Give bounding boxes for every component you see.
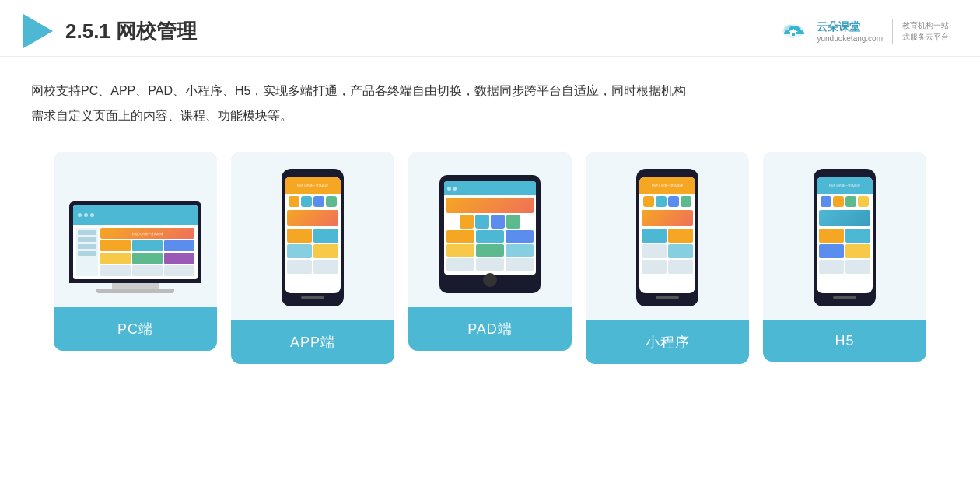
card-pc-label: PC端 (54, 307, 217, 351)
pad-mockup (439, 175, 541, 293)
card-pad-label: PAD端 (408, 307, 572, 351)
yunduoketang-icon (776, 14, 810, 48)
card-h5: 招进人的第一堂风格课 (763, 152, 926, 362)
cards-section: 招进人的第一堂风格课 (0, 136, 980, 380)
brand-slogan: 教育机构一站 式服务云平台 (902, 19, 949, 43)
card-pad-image (408, 152, 572, 307)
header-left: 2.5.1 网校管理 (23, 14, 197, 48)
miniprogram-phone-mockup: 招进人的第一堂风格课 (636, 169, 698, 306)
brand-name: 云朵课堂 (817, 20, 883, 34)
card-h5-label: H5 (763, 320, 926, 362)
description-line1: 网校支持PC、APP、PAD、小程序、H5，实现多端打通，产品各终端自由切换，数… (31, 79, 949, 103)
brand-triangle-icon (23, 14, 53, 48)
page-title: 2.5.1 网校管理 (65, 18, 197, 45)
card-pc: 招进人的第一堂风格课 (54, 152, 217, 351)
card-miniprogram-label: 小程序 (586, 320, 749, 364)
card-h5-image: 招进人的第一堂风格课 (763, 152, 926, 320)
app-phone-mockup: 招进人的第一堂风格课 (282, 169, 344, 306)
card-app: 招进人的第一堂风格课 (231, 152, 394, 364)
card-miniprogram-image: 招进人的第一堂风格课 (586, 152, 749, 320)
brand-text-block: 云朵课堂 yunduoketang.com (817, 20, 883, 43)
svg-rect-6 (792, 33, 795, 36)
card-miniprogram: 招进人的第一堂风格课 (586, 152, 749, 364)
card-pad: PAD端 (408, 152, 572, 351)
pc-mockup: 招进人的第一堂风格课 (69, 201, 201, 293)
card-app-image: 招进人的第一堂风格课 (231, 152, 394, 320)
brand-divider (892, 19, 893, 44)
h5-phone-mockup: 招进人的第一堂风格课 (814, 169, 876, 306)
description-block: 网校支持PC、APP、PAD、小程序、H5，实现多端打通，产品各终端自由切换，数… (0, 57, 980, 136)
page-header: 2.5.1 网校管理 云朵课堂 yunduoketang.com (0, 0, 980, 57)
brand-domain: yunduoketang.com (817, 34, 883, 43)
header-right: 云朵课堂 yunduoketang.com 教育机构一站 式服务云平台 (776, 14, 949, 48)
description-line2: 需求自定义页面上的内容、课程、功能模块等。 (31, 103, 949, 128)
card-pc-image: 招进人的第一堂风格课 (54, 152, 217, 307)
card-app-label: APP端 (231, 320, 394, 364)
brand-logo: 云朵课堂 yunduoketang.com 教育机构一站 式服务云平台 (776, 14, 949, 48)
